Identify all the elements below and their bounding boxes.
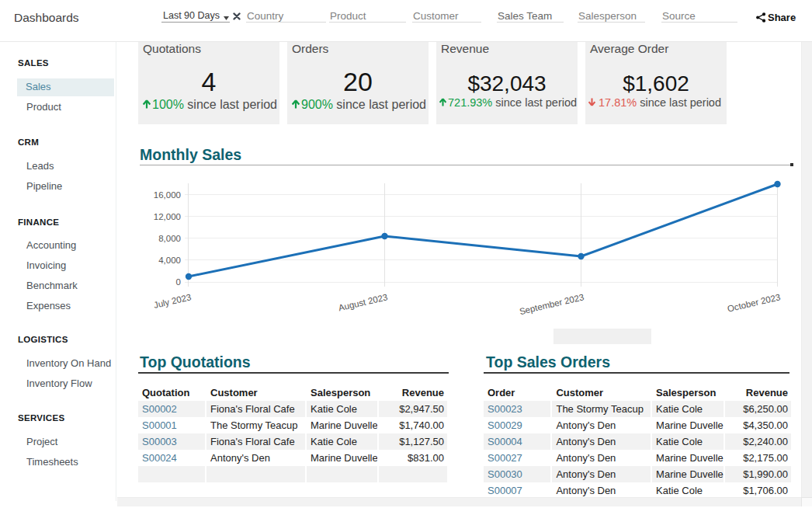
svg-text:12,000: 12,000 <box>154 212 181 221</box>
svg-text:October 2023: October 2023 <box>727 292 782 313</box>
svg-text:4,000: 4,000 <box>158 256 181 265</box>
svg-text:July 2023: July 2023 <box>153 292 193 310</box>
svg-text:August 2023: August 2023 <box>338 292 389 312</box>
svg-text:September 2023: September 2023 <box>519 292 585 316</box>
svg-text:16,000: 16,000 <box>154 190 181 200</box>
svg-text:0: 0 <box>176 277 181 287</box>
svg-text:8,000: 8,000 <box>158 234 181 243</box>
